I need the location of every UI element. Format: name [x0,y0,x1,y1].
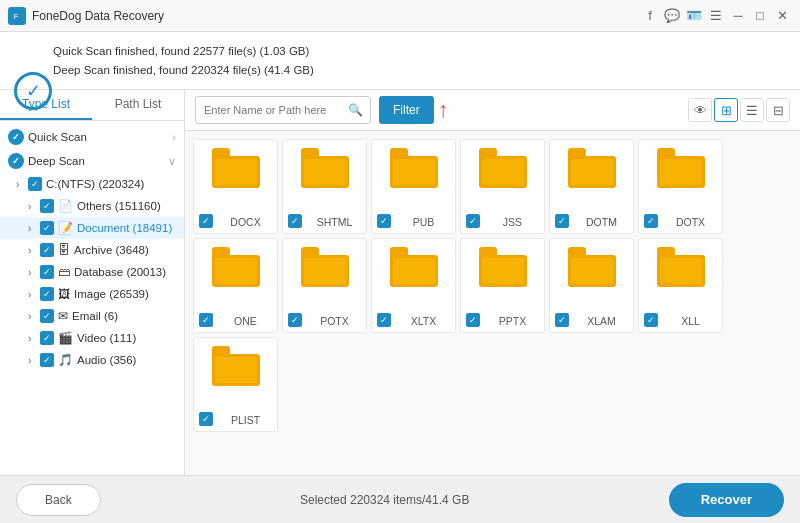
back-button[interactable]: Back [16,484,101,516]
left-panel: Type List Path List ✓ Quick Scan › ✓ Dee… [0,90,185,475]
quick-scan-status: Quick Scan finished, found 22577 file(s)… [53,42,314,60]
archive-icon: 🗄 [58,243,70,257]
file-item[interactable]: PUB [371,139,456,234]
folder-icon [212,247,260,287]
message-icon[interactable]: 💬 [662,6,682,26]
file-item[interactable]: JSS [460,139,545,234]
image-checkbox[interactable] [40,287,54,301]
restore-icon[interactable]: □ [750,6,770,26]
email-checkbox[interactable] [40,309,54,323]
video-icon: 🎬 [58,331,73,345]
file-item[interactable]: DOTM [549,139,634,234]
grid-view-icon[interactable]: ⊞ [714,98,738,122]
right-panel: 🔍 Filter ↑ 👁 ⊞ ☰ ⊟ DOCX [185,90,800,475]
app-title: FoneDog Data Recovery [32,9,640,23]
quick-scan-check: ✓ [8,129,24,145]
file-checkbox[interactable] [288,313,302,327]
file-checkbox[interactable] [288,214,302,228]
tab-path-list[interactable]: Path List [92,90,184,120]
others-label: Others (151160) [77,200,161,212]
document-checkbox[interactable] [40,221,54,235]
filter-button[interactable]: Filter [379,96,434,124]
file-label: XLL [663,315,718,327]
file-item[interactable]: DOTX [638,139,723,234]
file-checkbox[interactable] [555,313,569,327]
document-arrow: › [28,223,40,234]
video-checkbox[interactable] [40,331,54,345]
titlebar: F FoneDog Data Recovery f 💬 🪪 ☰ ─ □ ✕ [0,0,800,32]
file-label: DOCX [218,216,273,228]
tree-archive[interactable]: › 🗄 Archive (3648) [0,239,184,261]
file-checkbox[interactable] [199,412,213,426]
file-label: DOTX [663,216,718,228]
minimize-icon[interactable]: ─ [728,6,748,26]
tree-video[interactable]: › 🎬 Video (111) [0,327,184,349]
archive-checkbox[interactable] [40,243,54,257]
audio-checkbox[interactable] [40,353,54,367]
file-item[interactable]: XLL [638,238,723,333]
id-icon[interactable]: 🪪 [684,6,704,26]
tree-c-drive[interactable]: › C:(NTFS) (220324) [0,173,184,195]
deep-scan-status: Deep Scan finished, found 220324 file(s)… [53,61,314,79]
folder-icon [657,148,705,188]
file-checkbox[interactable] [377,313,391,327]
database-icon: 🗃 [58,265,70,279]
file-item[interactable]: POTX [282,238,367,333]
file-tree: ✓ Quick Scan › ✓ Deep Scan ∨ › C:(NTFS) … [0,121,184,475]
eye-icon[interactable]: 👁 [688,98,712,122]
image-label: Image (26539) [74,288,149,300]
tree-email[interactable]: › ✉ Email (6) [0,305,184,327]
document-icon: 📝 [58,221,73,235]
menu-icon[interactable]: ☰ [706,6,726,26]
status-circle: ✓ [14,72,52,110]
file-label: POTX [307,315,362,327]
tree-audio[interactable]: › 🎵 Audio (356) [0,349,184,371]
others-icon: 📄 [58,199,73,213]
window-controls: f 💬 🪪 ☰ ─ □ ✕ [640,6,792,26]
list-view-icon[interactable]: ☰ [740,98,764,122]
file-label: SHTML [307,216,362,228]
file-label: JSS [485,216,540,228]
file-item[interactable]: ONE [193,238,278,333]
folder-icon [301,148,349,188]
file-item[interactable]: XLTX [371,238,456,333]
tree-document[interactable]: › 📝 Document (18491) [0,217,184,239]
selected-info: Selected 220324 items/41.4 GB [300,493,469,507]
file-checkbox[interactable] [199,313,213,327]
file-checkbox[interactable] [199,214,213,228]
document-label: Document (18491) [77,222,172,234]
file-item[interactable]: PPTX [460,238,545,333]
file-item[interactable]: DOCX [193,139,278,234]
tree-image[interactable]: › 🖼 Image (26539) [0,283,184,305]
tree-others[interactable]: › 📄 Others (151160) [0,195,184,217]
c-drive-label: C:(NTFS) (220324) [46,178,144,190]
database-label: Database (20013) [74,266,166,278]
file-label: XLTX [396,315,451,327]
file-checkbox[interactable] [555,214,569,228]
tree-deep-scan[interactable]: ✓ Deep Scan ∨ [0,149,184,173]
close-icon[interactable]: ✕ [772,6,792,26]
file-item[interactable]: PLIST [193,337,278,432]
recover-button[interactable]: Recover [669,483,784,517]
tree-database[interactable]: › 🗃 Database (20013) [0,261,184,283]
others-checkbox[interactable] [40,199,54,213]
file-checkbox[interactable] [377,214,391,228]
file-checkbox[interactable] [466,214,480,228]
video-arrow: › [28,333,40,344]
database-checkbox[interactable] [40,265,54,279]
file-item[interactable]: SHTML [282,139,367,234]
file-item[interactable]: XLAM [549,238,634,333]
database-arrow: › [28,267,40,278]
tree-quick-scan[interactable]: ✓ Quick Scan › [0,125,184,149]
folder-icon [479,247,527,287]
file-label: PUB [396,216,451,228]
file-checkbox[interactable] [644,214,658,228]
file-label: PPTX [485,315,540,327]
facebook-icon[interactable]: f [640,6,660,26]
search-input[interactable] [195,96,371,124]
file-checkbox[interactable] [644,313,658,327]
file-checkbox[interactable] [466,313,480,327]
detail-view-icon[interactable]: ⊟ [766,98,790,122]
email-label: Email (6) [72,310,118,322]
c-drive-checkbox[interactable] [28,177,42,191]
